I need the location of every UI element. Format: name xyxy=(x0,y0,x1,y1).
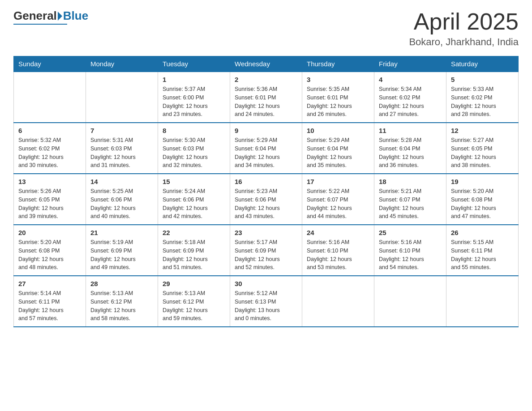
calendar-week-1: 1Sunrise: 5:37 AMSunset: 6:00 PMDaylight… xyxy=(14,72,519,123)
day-number: 20 xyxy=(18,229,81,236)
logo-underline xyxy=(13,24,67,25)
calendar-cell: 12Sunrise: 5:27 AMSunset: 6:05 PMDayligh… xyxy=(446,123,519,174)
day-info: Sunrise: 5:12 AMSunset: 6:13 PMDaylight:… xyxy=(235,289,297,323)
calendar-week-3: 13Sunrise: 5:26 AMSunset: 6:05 PMDayligh… xyxy=(14,174,519,225)
day-number: 10 xyxy=(307,127,369,134)
calendar-week-4: 20Sunrise: 5:20 AMSunset: 6:08 PMDayligh… xyxy=(14,225,519,276)
day-info: Sunrise: 5:27 AMSunset: 6:05 PMDaylight:… xyxy=(451,136,514,170)
calendar-cell: 24Sunrise: 5:16 AMSunset: 6:10 PMDayligh… xyxy=(302,225,374,276)
day-info: Sunrise: 5:24 AMSunset: 6:06 PMDaylight:… xyxy=(163,187,225,221)
day-number: 5 xyxy=(451,76,514,83)
day-number: 3 xyxy=(307,76,369,83)
logo: General Blue xyxy=(13,9,88,25)
day-info: Sunrise: 5:16 AMSunset: 6:10 PMDaylight:… xyxy=(379,238,442,272)
calendar-week-5: 27Sunrise: 5:14 AMSunset: 6:11 PMDayligh… xyxy=(14,276,519,327)
day-info: Sunrise: 5:14 AMSunset: 6:11 PMDaylight:… xyxy=(18,289,81,323)
calendar-subtitle: Bokaro, Jharkhand, India xyxy=(409,36,519,48)
title-area: April 2025 Bokaro, Jharkhand, India xyxy=(409,9,519,48)
day-number: 25 xyxy=(379,229,442,236)
day-info: Sunrise: 5:20 AMSunset: 6:08 PMDaylight:… xyxy=(18,238,81,272)
day-number: 30 xyxy=(235,280,297,287)
calendar-title: April 2025 xyxy=(409,9,519,34)
day-number: 16 xyxy=(235,178,297,185)
day-number: 29 xyxy=(163,280,225,287)
day-info: Sunrise: 5:37 AMSunset: 6:00 PMDaylight:… xyxy=(163,85,225,119)
header-row: Sunday Monday Tuesday Wednesday Thursday… xyxy=(14,56,519,72)
day-info: Sunrise: 5:21 AMSunset: 6:07 PMDaylight:… xyxy=(379,187,442,221)
calendar-cell: 29Sunrise: 5:13 AMSunset: 6:12 PMDayligh… xyxy=(158,276,230,327)
header-wednesday: Wednesday xyxy=(230,56,302,72)
day-info: Sunrise: 5:23 AMSunset: 6:06 PMDaylight:… xyxy=(235,187,297,221)
calendar-cell: 18Sunrise: 5:21 AMSunset: 6:07 PMDayligh… xyxy=(374,174,446,225)
calendar-cell xyxy=(14,72,86,123)
day-info: Sunrise: 5:36 AMSunset: 6:01 PMDaylight:… xyxy=(235,85,297,119)
calendar-cell: 30Sunrise: 5:12 AMSunset: 6:13 PMDayligh… xyxy=(230,276,302,327)
calendar-cell: 14Sunrise: 5:25 AMSunset: 6:06 PMDayligh… xyxy=(86,174,158,225)
day-number: 27 xyxy=(18,280,81,287)
day-number: 28 xyxy=(90,280,153,287)
day-number: 9 xyxy=(235,127,297,134)
day-info: Sunrise: 5:29 AMSunset: 6:04 PMDaylight:… xyxy=(307,136,369,170)
logo-triangle-icon xyxy=(58,12,62,21)
day-info: Sunrise: 5:28 AMSunset: 6:04 PMDaylight:… xyxy=(379,136,442,170)
calendar-cell: 7Sunrise: 5:31 AMSunset: 6:03 PMDaylight… xyxy=(86,123,158,174)
day-info: Sunrise: 5:16 AMSunset: 6:10 PMDaylight:… xyxy=(307,238,369,272)
day-info: Sunrise: 5:19 AMSunset: 6:09 PMDaylight:… xyxy=(90,238,153,272)
calendar-cell: 3Sunrise: 5:35 AMSunset: 6:01 PMDaylight… xyxy=(302,72,374,123)
calendar-cell: 11Sunrise: 5:28 AMSunset: 6:04 PMDayligh… xyxy=(374,123,446,174)
calendar-cell: 8Sunrise: 5:30 AMSunset: 6:03 PMDaylight… xyxy=(158,123,230,174)
calendar-cell: 27Sunrise: 5:14 AMSunset: 6:11 PMDayligh… xyxy=(14,276,86,327)
day-info: Sunrise: 5:31 AMSunset: 6:03 PMDaylight:… xyxy=(90,136,153,170)
header-thursday: Thursday xyxy=(302,56,374,72)
day-number: 24 xyxy=(307,229,369,236)
day-info: Sunrise: 5:29 AMSunset: 6:04 PMDaylight:… xyxy=(235,136,297,170)
day-number: 14 xyxy=(90,178,153,185)
calendar-cell: 6Sunrise: 5:32 AMSunset: 6:02 PMDaylight… xyxy=(14,123,86,174)
calendar-cell: 16Sunrise: 5:23 AMSunset: 6:06 PMDayligh… xyxy=(230,174,302,225)
calendar-week-2: 6Sunrise: 5:32 AMSunset: 6:02 PMDaylight… xyxy=(14,123,519,174)
day-info: Sunrise: 5:18 AMSunset: 6:09 PMDaylight:… xyxy=(163,238,225,272)
calendar-table: Sunday Monday Tuesday Wednesday Thursday… xyxy=(13,56,519,327)
logo-general-text: General xyxy=(13,9,57,23)
day-info: Sunrise: 5:13 AMSunset: 6:12 PMDaylight:… xyxy=(163,289,225,323)
calendar-cell: 19Sunrise: 5:20 AMSunset: 6:08 PMDayligh… xyxy=(446,174,519,225)
day-number: 2 xyxy=(235,76,297,83)
day-info: Sunrise: 5:25 AMSunset: 6:06 PMDaylight:… xyxy=(90,187,153,221)
calendar-cell: 20Sunrise: 5:20 AMSunset: 6:08 PMDayligh… xyxy=(14,225,86,276)
calendar-cell: 5Sunrise: 5:33 AMSunset: 6:02 PMDaylight… xyxy=(446,72,519,123)
calendar-cell: 9Sunrise: 5:29 AMSunset: 6:04 PMDaylight… xyxy=(230,123,302,174)
calendar-cell: 26Sunrise: 5:15 AMSunset: 6:11 PMDayligh… xyxy=(446,225,519,276)
day-info: Sunrise: 5:30 AMSunset: 6:03 PMDaylight:… xyxy=(163,136,225,170)
logo-blue-text: Blue xyxy=(63,9,88,23)
day-info: Sunrise: 5:13 AMSunset: 6:12 PMDaylight:… xyxy=(90,289,153,323)
header: General Blue April 2025 Bokaro, Jharkhan… xyxy=(13,9,519,48)
calendar-cell: 17Sunrise: 5:22 AMSunset: 6:07 PMDayligh… xyxy=(302,174,374,225)
day-number: 23 xyxy=(235,229,297,236)
calendar-cell: 22Sunrise: 5:18 AMSunset: 6:09 PMDayligh… xyxy=(158,225,230,276)
day-number: 12 xyxy=(451,127,514,134)
day-info: Sunrise: 5:22 AMSunset: 6:07 PMDaylight:… xyxy=(307,187,369,221)
day-number: 13 xyxy=(18,178,81,185)
day-info: Sunrise: 5:17 AMSunset: 6:09 PMDaylight:… xyxy=(235,238,297,272)
calendar-cell xyxy=(374,276,446,327)
day-number: 26 xyxy=(451,229,514,236)
day-number: 17 xyxy=(307,178,369,185)
day-info: Sunrise: 5:35 AMSunset: 6:01 PMDaylight:… xyxy=(307,85,369,119)
calendar-cell: 15Sunrise: 5:24 AMSunset: 6:06 PMDayligh… xyxy=(158,174,230,225)
day-number: 21 xyxy=(90,229,153,236)
header-sunday: Sunday xyxy=(14,56,86,72)
header-tuesday: Tuesday xyxy=(158,56,230,72)
day-info: Sunrise: 5:26 AMSunset: 6:05 PMDaylight:… xyxy=(18,187,81,221)
calendar-cell xyxy=(302,276,374,327)
calendar-cell: 10Sunrise: 5:29 AMSunset: 6:04 PMDayligh… xyxy=(302,123,374,174)
header-saturday: Saturday xyxy=(446,56,519,72)
calendar-cell: 25Sunrise: 5:16 AMSunset: 6:10 PMDayligh… xyxy=(374,225,446,276)
calendar-cell: 1Sunrise: 5:37 AMSunset: 6:00 PMDaylight… xyxy=(158,72,230,123)
day-number: 8 xyxy=(163,127,225,134)
calendar-cell: 4Sunrise: 5:34 AMSunset: 6:02 PMDaylight… xyxy=(374,72,446,123)
header-friday: Friday xyxy=(374,56,446,72)
calendar-cell: 2Sunrise: 5:36 AMSunset: 6:01 PMDaylight… xyxy=(230,72,302,123)
calendar-cell xyxy=(446,276,519,327)
day-info: Sunrise: 5:33 AMSunset: 6:02 PMDaylight:… xyxy=(451,85,514,119)
calendar-cell: 13Sunrise: 5:26 AMSunset: 6:05 PMDayligh… xyxy=(14,174,86,225)
